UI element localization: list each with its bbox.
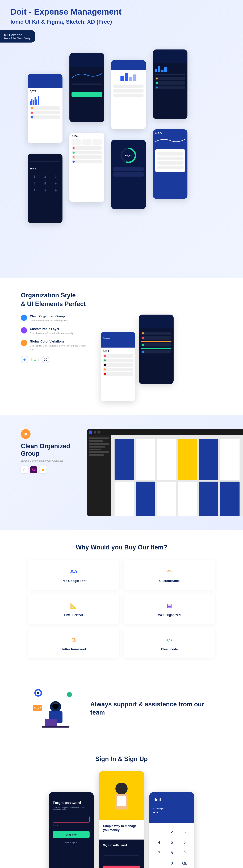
svg-rect-15 <box>117 796 126 806</box>
hero-subtitle: Ionic UI Kit & Figma, Sketch, XD (Free) <box>10 19 233 25</box>
badge-title: 51 Screens <box>4 33 31 37</box>
svg-rect-11 <box>45 719 57 727</box>
keypad-key[interactable]: 2 <box>165 827 178 837</box>
why-card: 📐Pixel Perfect <box>28 594 119 624</box>
sketch-icon: ◆ <box>39 466 47 473</box>
figma-icon: F <box>21 466 28 473</box>
why-card: ▤Well Organized <box>124 594 215 624</box>
svg-point-13 <box>115 783 128 795</box>
why-card: ⧉Flutter framework <box>28 628 119 658</box>
why-card: ✏Customizable <box>124 560 215 590</box>
keypad-key[interactable]: 9 <box>178 848 191 858</box>
android-icon: ▲ <box>31 356 39 363</box>
send-button[interactable]: Send now <box>53 831 90 838</box>
svg-point-4 <box>37 692 39 694</box>
layers-icon <box>21 327 27 334</box>
check-icon <box>21 315 27 321</box>
code-icon: </> <box>164 635 174 645</box>
hero-section: Doit - Expense Management Ionic UI Kit &… <box>0 0 243 278</box>
organization-section: Organization Style & UI Elements Perfect… <box>0 278 243 415</box>
pen-icon: ✏ <box>164 567 174 576</box>
phone-mockup <box>111 60 146 129</box>
folder-icon: ▣ <box>21 429 31 439</box>
editor-title: Clean Organized Group <box>21 442 77 457</box>
stack-icon: ▤ <box>164 601 174 611</box>
why-card: </>Clean code <box>124 628 215 658</box>
why-title: Why Would you Buy Our Item? <box>28 544 215 551</box>
org-title: Organization Style <box>21 292 222 299</box>
xd-icon: Xd <box>30 466 37 473</box>
ruler-icon: 📐 <box>69 601 79 611</box>
keypad-backspace[interactable]: ⌫ <box>178 858 191 868</box>
back-link[interactable]: Back to sign in <box>53 842 90 844</box>
phone-mockup: 3,670 <box>28 74 62 143</box>
feature-item: Global Color Variations Use Popular Colo… <box>21 340 90 351</box>
editor-mockup <box>87 429 243 516</box>
signin-title: Sign In & Sign Up <box>0 755 243 763</box>
phone-mockup <box>153 50 187 119</box>
forgot-password-phone: Forgot password Enter your registered em… <box>49 792 94 868</box>
signin-section: Sign In & Sign Up Forgot password Enter … <box>0 745 243 868</box>
tool-icons: F Xd ◆ <box>21 466 77 473</box>
ionic-icon: ◉ <box>21 356 28 363</box>
phone-mockup: 100 $ 123 456 789 <box>28 154 62 223</box>
keypad-key[interactable]: 4 <box>153 837 165 848</box>
why-card: AaFree Google Font <box>28 560 119 590</box>
phone-mockup: Recurring 3,670 <box>101 332 135 401</box>
keypad-key[interactable]: 5 <box>165 837 178 848</box>
why-grid: AaFree Google Font ✏Customizable 📐Pixel … <box>28 560 215 658</box>
keypad-key[interactable]: 0 <box>165 858 178 868</box>
globe-icon <box>21 340 27 346</box>
phone-mockup: 77,670 <box>153 129 187 199</box>
keypad-key[interactable]: 6 <box>178 837 191 848</box>
font-icon: Aa <box>69 567 79 576</box>
support-illustration <box>28 686 80 731</box>
keypad-key[interactable]: 3 <box>178 827 191 837</box>
phone-mockup <box>69 53 104 122</box>
screens-badge: 51 Screens Beautiful & Clean Design <box>0 30 35 42</box>
hero-title: Doit - Expense Management <box>10 7 233 17</box>
phone-mockup <box>139 315 174 384</box>
platform-icons: ◉ ▲ ⌘ <box>21 356 90 363</box>
hero-mockups: 3,670 <box>10 50 233 241</box>
why-section: Why Would you Buy Our Item? AaFree Googl… <box>0 530 243 672</box>
badge-subtitle: Beautiful & Clean Design <box>4 37 31 40</box>
phone-mockup: 2,180 <box>69 133 104 202</box>
feature-item: Customizable Layer Every Layer are Custo… <box>21 327 90 335</box>
feature-item: Clean Organized Group Layer & component … <box>21 315 90 322</box>
keypad-key[interactable]: 8 <box>165 848 178 858</box>
svg-rect-9 <box>54 703 58 704</box>
keypad-key <box>153 858 165 868</box>
support-title: Always support & assistence from our tea… <box>90 700 215 717</box>
support-section: Always support & assistence from our tea… <box>0 672 243 745</box>
devices-icon: ⧉ <box>69 635 79 645</box>
signin-mockups: Forgot password Enter your registered em… <box>0 771 243 868</box>
svg-rect-12 <box>42 726 69 727</box>
org-showcase: Recurring 3,670 <box>101 315 222 401</box>
apple-icon: ⌘ <box>42 356 49 363</box>
feature-list: Clean Organized Group Layer & component … <box>21 315 90 363</box>
org-subtitle: & UI Elements Perfect <box>21 300 222 308</box>
phone-mockup: $47,200 <box>111 140 146 209</box>
onboarding-phone: Simple way to manage you money Sign in w… <box>99 771 144 868</box>
keypad-key[interactable]: 7 <box>153 848 165 858</box>
editor-section: ▣ Clean Organized Group Layer & Componen… <box>0 415 243 530</box>
svg-rect-6 <box>33 705 42 711</box>
keypad-key[interactable]: 1 <box>153 827 165 837</box>
email-signin-button[interactable]: Sign in with Email <box>103 866 140 868</box>
pin-phone: doit Choose pin 1 2 3 4 5 6 7 8 9 0 ⌫ <box>149 792 194 868</box>
editor-desc: Layer & Component are well Organized <box>21 459 77 462</box>
pin-keypad: 1 2 3 4 5 6 7 8 9 0 ⌫ <box>149 824 194 868</box>
